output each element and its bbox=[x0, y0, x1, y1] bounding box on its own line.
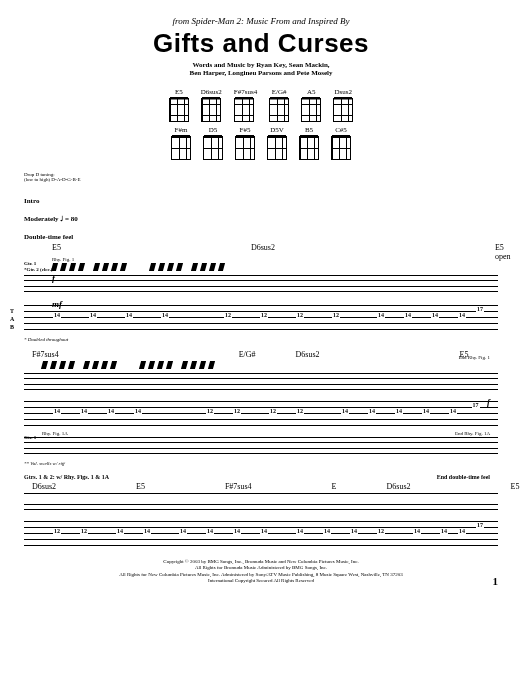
end-rhy-label: End Rhy. Fig. 1 bbox=[459, 355, 490, 360]
tab-number: 17 bbox=[476, 522, 484, 528]
tab-number: 12 bbox=[269, 408, 277, 414]
chord-symbol: D6sus2 bbox=[32, 482, 56, 491]
notation-staff bbox=[24, 493, 498, 515]
chord-diagram: F#m bbox=[171, 126, 191, 160]
tab-number: 14 bbox=[53, 408, 61, 414]
system-2: F#7sus4 E/G# D6sus2 E5 End Rhy. Fig. 1 f… bbox=[24, 350, 498, 466]
fretboard-icon bbox=[331, 136, 351, 160]
chord-diagram: Dsus2 bbox=[333, 88, 353, 122]
fretboard-icon bbox=[234, 98, 254, 122]
fretboard-icon bbox=[269, 98, 289, 122]
tuning-notes: (low to high) D-A-D-G-B-E bbox=[24, 177, 81, 182]
tab-staff: 14 14 14 14 12 12 12 12 14 14 14 14 14 1… bbox=[24, 401, 498, 431]
rhy-fig-label: Rhy. Fig. 1A bbox=[42, 431, 68, 436]
tab-number: 14 bbox=[233, 528, 241, 534]
chord-diagram: D5V bbox=[267, 126, 287, 160]
fretboard-icon bbox=[201, 98, 221, 122]
tab-number: 12 bbox=[80, 528, 88, 534]
tuning: Drop D tuning: (low to high) D-A-D-G-B-E bbox=[24, 172, 498, 183]
chord-symbol: E bbox=[332, 482, 337, 491]
chord-diagram: B5 bbox=[299, 126, 319, 160]
feel-label: Double-time feel bbox=[24, 233, 73, 241]
tab-number: 14 bbox=[161, 312, 169, 318]
tab-number: 14 bbox=[260, 528, 268, 534]
copyright-block: Copyright © 2003 by BMG Songs, Inc., Bro… bbox=[24, 559, 498, 585]
end-feel-label: End double-time feel bbox=[437, 474, 490, 480]
chord-symbol: F#7sus4 bbox=[225, 482, 252, 491]
credits-line2: Ben Harper, Longineu Parsons and Pete Mo… bbox=[189, 69, 332, 77]
tab-number: 14 bbox=[350, 528, 358, 534]
tab-number: 14 bbox=[53, 312, 61, 318]
tab-number: 12 bbox=[206, 408, 214, 414]
tab-number: 14 bbox=[449, 408, 457, 414]
notation-staff bbox=[24, 275, 498, 297]
chord-symbol: D6sus2 bbox=[386, 482, 410, 491]
chord-diagram: A5 bbox=[301, 88, 321, 122]
tab-number: 14 bbox=[368, 408, 376, 414]
fretboard-icon bbox=[235, 136, 255, 160]
tab-number: 12 bbox=[224, 312, 232, 318]
chord-row-1: E5 D6sus2 F#7sus4 E/G# A5 Dsus2 bbox=[169, 88, 353, 122]
chord-diagram: F#7sus4 bbox=[234, 88, 257, 122]
chord-symbol: D6sus2 bbox=[251, 243, 275, 261]
intro-label: Intro bbox=[24, 197, 39, 205]
end-rhy-label: End Rhy. Fig. 1A bbox=[455, 431, 490, 436]
tab-number: 14 bbox=[413, 528, 421, 534]
chord-diagram: D6sus2 bbox=[201, 88, 222, 122]
gtr-label: *Gtr. 2 (elec.) bbox=[24, 267, 53, 272]
chord-symbol: E5 bbox=[136, 482, 145, 491]
rhythm-slashes bbox=[42, 361, 498, 369]
tab-number: 14 bbox=[458, 312, 466, 318]
tab-number: 12 bbox=[332, 312, 340, 318]
chord-diagram-block: E5 D6sus2 F#7sus4 E/G# A5 Dsus2 F#m D5 F… bbox=[24, 88, 498, 164]
notation-staff: f bbox=[24, 373, 498, 395]
tab-number: 14 bbox=[440, 528, 448, 534]
fretboard-icon bbox=[171, 136, 191, 160]
tab-number: 12 bbox=[233, 408, 241, 414]
footnote: ** Vol. swells w/ riff bbox=[24, 461, 498, 466]
chord-row-2: F#m D5 F#5 D5V B5 C#5 bbox=[171, 126, 351, 160]
source-line: from Spider-Man 2: Music From and Inspir… bbox=[24, 16, 498, 26]
tab-number: 14 bbox=[377, 312, 385, 318]
fretboard-icon bbox=[203, 136, 223, 160]
tab-number: 14 bbox=[116, 528, 124, 534]
chord-diagram: F#5 bbox=[235, 126, 255, 160]
chord-symbols-row: E5 D6sus2 E5 open bbox=[24, 243, 498, 261]
chord-diagram: D5 bbox=[203, 126, 223, 160]
tab-number: 14 bbox=[107, 408, 115, 414]
tab-staff: 12 12 14 14 14 14 14 14 14 14 14 12 14 1… bbox=[24, 521, 498, 551]
tab-number: 14 bbox=[296, 528, 304, 534]
tempo-block: Intro Moderately ♩ = 80 Double-time feel bbox=[24, 189, 498, 243]
tab-number: 12 bbox=[296, 312, 304, 318]
tab-number: 12 bbox=[377, 528, 385, 534]
chord-symbol: F#7sus4 bbox=[32, 350, 59, 359]
copyright-line: Copyright © 2003 by BMG Songs, Inc., Bro… bbox=[163, 559, 358, 564]
tab-number: 12 bbox=[296, 408, 304, 414]
fretboard-icon bbox=[333, 98, 353, 122]
tuning-label: Drop D tuning: bbox=[24, 172, 55, 177]
song-title: Gifts and Curses bbox=[24, 28, 498, 59]
chord-diagram: E/G# bbox=[269, 88, 289, 122]
copyright-line: All Rights for Bromuda Music Administere… bbox=[195, 565, 327, 570]
fretboard-icon bbox=[169, 98, 189, 122]
tab-number: 14 bbox=[125, 312, 133, 318]
tab-number: 14 bbox=[89, 312, 97, 318]
page-number: 1 bbox=[493, 575, 499, 587]
rhythm-slashes bbox=[52, 263, 498, 271]
chord-symbol: E/G# bbox=[239, 350, 256, 359]
system-1: E5 D6sus2 E5 open Gtr. 1 Rhy. Fig. 1 f *… bbox=[24, 243, 498, 342]
tab-number: 14 bbox=[143, 528, 151, 534]
tab-number: 14 bbox=[134, 408, 142, 414]
gtr-instruction: Gtrs. 1 & 2: w/ Rhy. Figs. 1 & 1A bbox=[24, 474, 498, 480]
chord-diagram: C#5 bbox=[331, 126, 351, 160]
copyright-line: All Rights for New Columbia Pictures Mus… bbox=[119, 572, 402, 577]
tab-label: TAB bbox=[10, 307, 14, 331]
chord-symbol: D6sus2 bbox=[296, 350, 320, 359]
tab-number: 14 bbox=[458, 528, 466, 534]
chord-symbol: E5 bbox=[511, 482, 520, 491]
tab-number: 14 bbox=[431, 312, 439, 318]
credits: Words and Music by Ryan Key, Sean Mackin… bbox=[24, 61, 498, 78]
tab-number: 14 bbox=[206, 528, 214, 534]
tab-number: 17 bbox=[472, 402, 480, 408]
chord-symbol: E5 open bbox=[495, 243, 511, 261]
